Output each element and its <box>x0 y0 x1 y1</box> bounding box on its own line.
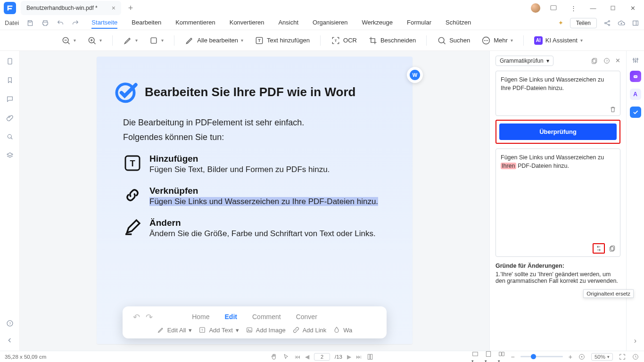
svg-rect-49 <box>368 354 370 359</box>
document-viewport[interactable]: W Bearbeiten Sie Ihre PDF wie in Word Di… <box>20 51 489 351</box>
float-tab-home[interactable]: Home <box>191 310 210 323</box>
grammar-check-button[interactable]: Überprüfung <box>499 123 617 140</box>
cloud-upload-icon[interactable] <box>618 19 625 27</box>
user-avatar[interactable] <box>531 3 540 13</box>
zoom-in-icon[interactable]: + <box>569 353 572 361</box>
help-icon[interactable]: ? <box>6 320 14 327</box>
float-tab-edit[interactable]: Edit <box>224 310 238 323</box>
shape-button[interactable]: ▾ <box>145 34 167 47</box>
ai-close-icon[interactable]: ✕ <box>615 57 620 65</box>
add-text-button[interactable]: TText hinzufügen <box>251 34 314 47</box>
edit-all-button[interactable]: Alle bearbeiten▾ <box>181 34 247 47</box>
search-panel-icon[interactable] <box>6 133 14 140</box>
page-number-input[interactable]: 2 <box>314 353 330 361</box>
page-total: /13 <box>335 354 342 360</box>
lightbulb-icon[interactable]: ✦ <box>558 19 563 26</box>
tab-schuetzen[interactable]: Schützen <box>446 17 471 29</box>
first-page-icon[interactable]: ⏮ <box>295 354 300 360</box>
save-icon[interactable] <box>26 19 34 27</box>
tab-ansicht[interactable]: Ansicht <box>278 17 298 29</box>
read-mode-icon[interactable]: ▾ <box>498 350 505 362</box>
svg-rect-38 <box>592 59 596 64</box>
fit-width-icon[interactable]: ▾ <box>471 350 479 362</box>
copy-result-icon[interactable] <box>609 245 616 252</box>
zoom-in-button[interactable]: ▾ <box>83 34 106 47</box>
crop-button[interactable]: Beschneiden <box>364 34 420 47</box>
svg-line-19 <box>443 42 445 44</box>
tab-bearbeiten[interactable]: Bearbeiten <box>132 17 161 29</box>
selected-text[interactable]: Fügen Sie Links und Wasserzeichen zu Ihr… <box>149 197 378 206</box>
layers-icon[interactable] <box>6 152 14 159</box>
zoom-slider[interactable] <box>520 356 563 357</box>
svg-rect-42 <box>610 247 614 251</box>
undo-icon[interactable] <box>57 19 64 27</box>
collapse-right-icon[interactable]: › <box>634 337 636 345</box>
close-tab-icon[interactable]: × <box>112 4 116 12</box>
tab-konvertieren[interactable]: Konvertieren <box>230 17 264 29</box>
float-add-text[interactable]: TAdd Text ▾ <box>198 326 239 334</box>
ai-help-icon[interactable]: ? <box>603 57 611 65</box>
ai-check-icon[interactable] <box>630 107 641 118</box>
bookmarks-icon[interactable] <box>6 76 14 84</box>
float-add-image[interactable]: Add Image <box>246 326 286 334</box>
page-layout-icon[interactable] <box>366 353 374 361</box>
float-tab-comment[interactable]: Comment <box>251 310 282 323</box>
new-tab-button[interactable]: + <box>124 1 137 15</box>
window-close-icon[interactable]: ✕ <box>626 1 639 15</box>
file-menu[interactable]: Datei <box>5 19 19 26</box>
share-button[interactable]: Teilen <box>570 18 597 28</box>
ai-input-text[interactable]: Fügen Sie Links und Wasserzeichen zu Ihr… <box>495 71 620 116</box>
float-tab-convert[interactable]: Conver <box>295 310 318 323</box>
float-watermark[interactable]: Wa <box>333 326 352 334</box>
ai-assist-button[interactable]: AIKI Assistent▾ <box>530 34 586 47</box>
panel-toggle-icon[interactable] <box>632 19 639 27</box>
window-minimize-icon[interactable]: — <box>586 1 600 15</box>
collapse-left-icon[interactable] <box>6 337 14 344</box>
zoom-out-button[interactable]: ▾ <box>58 34 80 47</box>
ai-copy-icon[interactable] <box>591 57 598 65</box>
print-icon[interactable] <box>41 19 49 27</box>
svg-text:?: ? <box>606 59 608 63</box>
trash-icon[interactable] <box>609 106 617 113</box>
zoom-out-icon[interactable]: − <box>511 353 515 361</box>
float-undo-icon[interactable]: ↶ <box>133 312 140 322</box>
search-button[interactable]: Suchen <box>433 34 474 47</box>
window-maximize-icon[interactable] <box>606 1 619 15</box>
tab-startseite[interactable]: Startseite <box>91 17 117 29</box>
more-button[interactable]: Mehr▾ <box>478 34 517 47</box>
float-edit-all[interactable]: Edit All ▾ <box>157 326 192 334</box>
thumbnails-icon[interactable] <box>6 58 14 65</box>
select-tool-icon[interactable] <box>282 353 290 361</box>
tab-werkzeuge[interactable]: Werkzeuge <box>362 17 393 29</box>
float-add-link[interactable]: Add Link <box>292 326 327 334</box>
redo-icon[interactable] <box>72 19 79 27</box>
view-mode-icon[interactable]: ▾ <box>485 350 492 362</box>
document-tab[interactable]: Benutzerhandbuch-win.pdf * × <box>21 1 121 15</box>
last-page-icon[interactable]: ⏭ <box>356 354 362 360</box>
highlighter-button[interactable]: ▾ <box>119 34 141 47</box>
attachments-icon[interactable] <box>6 114 14 122</box>
prev-page-icon[interactable]: ◀ <box>305 354 309 360</box>
replace-original-icon[interactable] <box>593 243 605 254</box>
kebab-menu-icon[interactable]: ⋮ <box>567 1 580 15</box>
word-export-badge[interactable]: W <box>407 67 423 83</box>
feedback-icon[interactable] <box>547 1 560 15</box>
ai-letter-icon[interactable]: A <box>630 89 641 100</box>
ai-mode-select[interactable]: Grammatikprüfun▾ <box>495 56 553 66</box>
tab-kommentieren[interactable]: Kommentieren <box>175 17 215 29</box>
zoom-reset-icon[interactable] <box>578 353 586 361</box>
ai-robot-icon[interactable] <box>630 71 641 82</box>
clock-icon[interactable] <box>632 353 639 361</box>
float-redo-icon[interactable]: ↷ <box>146 312 153 322</box>
next-page-icon[interactable]: ▶ <box>347 354 351 360</box>
tab-organisieren[interactable]: Organisieren <box>313 17 347 29</box>
hand-tool-icon[interactable] <box>270 353 278 361</box>
adjustments-icon[interactable] <box>632 57 639 64</box>
ocr-button[interactable]: TOCR <box>327 34 361 47</box>
svg-line-26 <box>11 138 12 139</box>
tab-formular[interactable]: Formular <box>407 17 431 29</box>
fullscreen-icon[interactable] <box>619 353 626 361</box>
zoom-percent-select[interactable]: 50%▾ <box>591 353 613 361</box>
comments-icon[interactable] <box>6 95 14 103</box>
share-network-icon[interactable] <box>603 19 611 27</box>
